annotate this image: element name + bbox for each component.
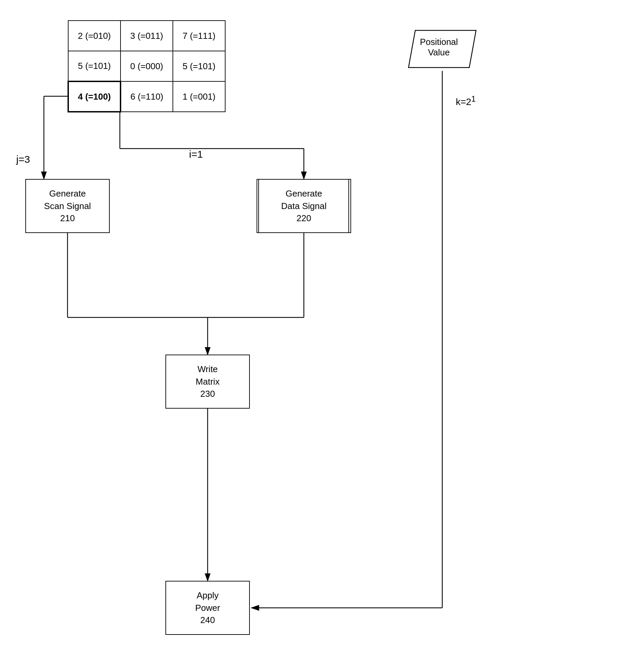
matrix-cell: 1 (=001): [173, 81, 225, 112]
data-box-inner-line-right: [348, 179, 349, 233]
matrix-cell: 7 (=111): [173, 21, 225, 51]
box-apply-power: Apply Power 240: [165, 581, 250, 635]
box-scan-signal: Generate Scan Signal 210: [25, 179, 110, 233]
data-box-inner-line-left: [258, 179, 259, 233]
matrix-cell: 2 (=010): [68, 21, 121, 51]
positional-value-shape: [405, 27, 479, 71]
matrix-table: 2 (=010)3 (=011)7 (=111)5 (=101)0 (=000)…: [68, 20, 225, 113]
box-data-signal: Generate Data Signal 220: [257, 179, 351, 233]
diagram-container: 2 (=010)3 (=011)7 (=111)5 (=101)0 (=000)…: [0, 0, 632, 672]
label-i: i=1: [189, 149, 203, 160]
matrix-cell: 5 (=101): [173, 51, 225, 81]
matrix-cell: 5 (=101): [68, 51, 121, 81]
label-j: j=3: [16, 154, 30, 165]
label-k: k=21: [456, 95, 476, 107]
box-write-matrix: Write Matrix 230: [165, 355, 250, 409]
matrix-cell: 3 (=011): [121, 21, 173, 51]
matrix-cell: 6 (=110): [121, 81, 173, 112]
matrix-cell: 4 (=100): [68, 81, 121, 112]
matrix-cell: 0 (=000): [121, 51, 173, 81]
svg-marker-0: [409, 30, 476, 68]
